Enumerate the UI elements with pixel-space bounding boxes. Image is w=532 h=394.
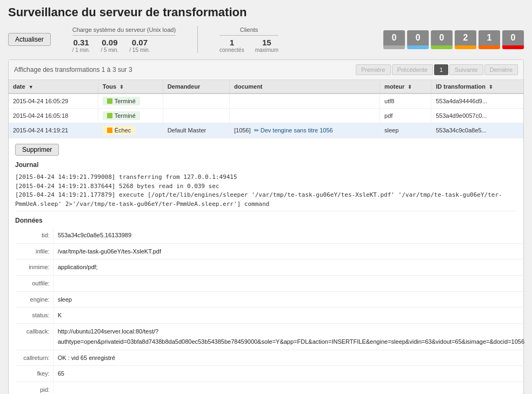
cell-document-1 <box>229 109 380 123</box>
clients-maximum-value: 15 <box>255 38 278 47</box>
cell-demandeur-1 <box>163 109 229 123</box>
load-5min: 0.09 / 5 min. <box>101 38 118 53</box>
page-title: Surveillance du serveur de transformatio… <box>8 5 524 19</box>
col-tous[interactable]: Tous ⇕ <box>98 80 163 94</box>
journal-line-0: [2015-04-24 14:19:21.799008] transferrin… <box>15 173 517 182</box>
detail-section: Supprimer Journal [2015-04-24 14:19:21.7… <box>9 138 523 394</box>
cell-demandeur-0 <box>163 94 229 109</box>
status-badge-1: Terminé <box>103 111 140 120</box>
badge-4: 1 <box>478 30 500 49</box>
supprimer-button[interactable]: Supprimer <box>15 144 59 156</box>
load-1min-label: / 1 min. <box>72 47 90 53</box>
col-document: document <box>229 80 380 94</box>
top-suivante-button[interactable]: Suivante <box>449 64 483 75</box>
clients-connected-label: connectés <box>220 47 244 53</box>
cell-demandeur-2: Default Master <box>163 123 229 138</box>
cell-moteur-1: pdf <box>380 109 431 123</box>
col-moteur[interactable]: moteur ⇕ <box>380 80 431 94</box>
display-info: Affichage des transformations 1 à 3 sur … <box>14 66 132 74</box>
status-badge-2: Échec <box>103 126 136 135</box>
badge-0-count: 0 <box>383 30 405 45</box>
actualiser-button[interactable]: Actualiser <box>8 33 51 46</box>
clients-connected: 1 connectés <box>220 38 244 53</box>
donnees-row: tid: 553a34c9c0a8e5.16133989 <box>15 228 529 243</box>
cell-document-2: [1056] ✏ Dev tengine sans titre 1056 <box>229 123 380 138</box>
status-badge-0: Terminé <box>103 97 140 105</box>
donnees-val-pid <box>53 382 529 394</box>
donnees-key-infile: infile: <box>15 243 53 259</box>
donnees-key-callback: callback: <box>15 324 53 350</box>
cell-date-0: 2015-04-24 16:05:29 <box>9 94 98 109</box>
top-premiere-button[interactable]: Première <box>356 64 391 75</box>
table-row[interactable]: 2015-04-24 16:05:29 Terminé utf8 553a4da… <box>9 94 523 109</box>
panel-header: Affichage des transformations 1 à 3 sur … <box>9 60 523 80</box>
main-panel: Affichage des transformations 1 à 3 sur … <box>8 59 524 394</box>
badge-2-count: 0 <box>431 30 453 45</box>
server-load-title: Charge système du serveur (Unix load) <box>72 26 176 36</box>
cell-date-2: 2015-04-24 14:19:21 <box>9 123 98 138</box>
donnees-row: pid: <box>15 382 529 394</box>
badge-5: 0 <box>502 30 524 49</box>
clients-connected-value: 1 <box>220 38 244 47</box>
cell-id-1: 553a4d9e0057c0... <box>431 109 523 123</box>
donnees-row: fkey: 65 <box>15 366 529 382</box>
donnees-val-tid: 553a34c9c0a8e5.16133989 <box>53 228 529 243</box>
load-15min-value: 0.07 <box>129 38 150 47</box>
donnees-row: inmime: application/pdf; <box>15 259 529 276</box>
table-section: date ▼ Tous ⇕ Demandeur document moteur … <box>9 80 523 138</box>
badge-3-strip <box>455 45 476 49</box>
status-dot-1 <box>107 113 112 118</box>
donnees-row: status: K <box>15 308 529 324</box>
badge-3-count: 2 <box>455 30 476 45</box>
cell-moteur-0: utf8 <box>380 94 431 109</box>
sort-arrow-date: ▼ <box>29 84 34 90</box>
server-load-section: Charge système du serveur (Unix load) 0.… <box>72 26 176 53</box>
badge-3: 2 <box>455 30 476 49</box>
top-precedente-button[interactable]: Précédente <box>392 64 433 75</box>
cell-status-2: Échec <box>98 123 163 138</box>
badge-1-strip <box>407 45 429 49</box>
donnees-key-callreturn: callreturn: <box>15 350 53 366</box>
col-date[interactable]: date ▼ <box>9 80 98 94</box>
load-15min: 0.07 / 15 min. <box>129 38 150 53</box>
cell-moteur-2: sleep <box>380 123 431 138</box>
cell-id-0: 553a4da94446d9... <box>431 94 523 109</box>
table-header-row: date ▼ Tous ⇕ Demandeur document moteur … <box>9 80 523 94</box>
transformations-table: date ▼ Tous ⇕ Demandeur document moteur … <box>9 80 523 138</box>
donnees-key-engine: engine: <box>15 291 53 308</box>
donnees-table: tid: 553a34c9c0a8e5.16133989 infile: /va… <box>15 228 529 394</box>
donnees-val-callback: http://ubuntu1204server.local:80/test/?a… <box>53 324 529 350</box>
journal-content: [2015-04-24 14:19:21.799008] transferrin… <box>15 171 517 211</box>
badge-4-count: 1 <box>478 30 500 45</box>
donnees-val-outfile <box>53 276 529 292</box>
table-row[interactable]: 2015-04-24 16:05:18 Terminé pdf 553a4d9e… <box>9 109 523 123</box>
badge-1: 0 <box>407 30 429 49</box>
top-pagination: Première Précédente 1 Suivante Dernière <box>356 64 518 75</box>
donnees-row: engine: sleep <box>15 291 529 308</box>
top-derniere-button[interactable]: Dernière <box>484 64 518 75</box>
donnees-val-engine: sleep <box>53 291 529 308</box>
donnees-row: infile: /var/tmp/te-task-gu06eY/tes-Xsle… <box>15 243 529 259</box>
badge-0-strip <box>383 45 405 49</box>
sort-arrow-id: ⇕ <box>489 84 493 90</box>
badge-2: 0 <box>431 30 453 49</box>
document-link-2[interactable]: ✏ Dev tengine sans titre 1056 <box>254 127 333 133</box>
status-dot-0 <box>107 98 112 104</box>
donnees-val-status: K <box>53 308 529 324</box>
load-1min: 0.31 / 1 min. <box>72 38 90 53</box>
donnees-val-callreturn: OK : vid 65 enregistré <box>53 350 529 366</box>
col-demandeur: Demandeur <box>163 80 229 94</box>
sort-arrow-tous: ⇕ <box>119 84 124 90</box>
donnees-row: outfile: <box>15 276 529 292</box>
table-row[interactable]: 2015-04-24 14:19:21 Échec Default Master… <box>9 123 523 138</box>
journal-line-1: [2015-04-24 14:19:21.837644] 5268 bytes … <box>15 182 517 191</box>
cell-status-1: Terminé <box>98 109 163 123</box>
donnees-key-fkey: fkey: <box>15 366 53 382</box>
top-page-1-button[interactable]: 1 <box>434 64 448 75</box>
badge-0: 0 <box>383 30 405 49</box>
cell-date-1: 2015-04-24 16:05:18 <box>9 109 98 123</box>
cell-id-2: 553a34c9c0a8e5... <box>431 123 523 138</box>
clients-maximum: 15 maximum <box>255 38 278 53</box>
donnees-title: Données <box>15 217 517 224</box>
col-id[interactable]: ID transformation ⇕ <box>431 80 523 94</box>
